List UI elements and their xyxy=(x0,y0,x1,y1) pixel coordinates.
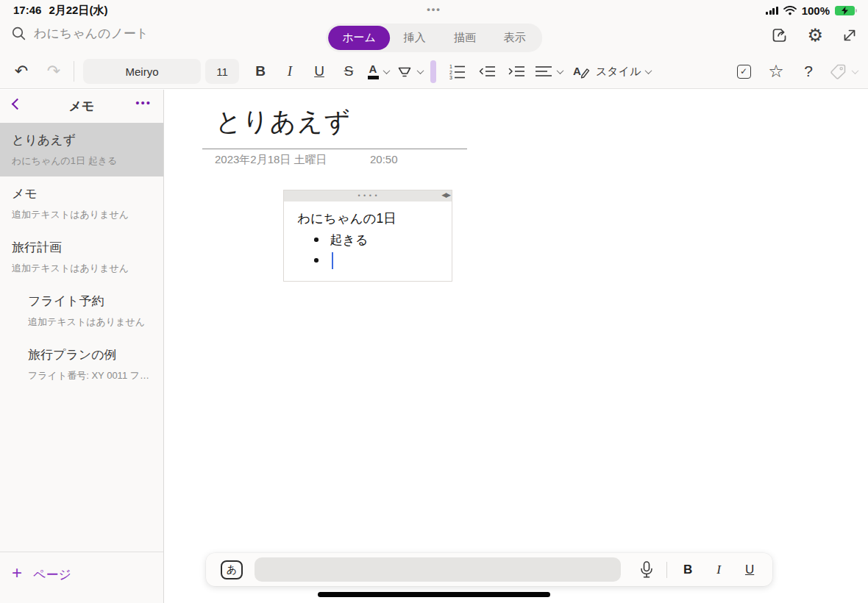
page-list-item[interactable]: とりあえず わにちゃんの1日 起きる xyxy=(0,123,163,176)
home-indicator[interactable] xyxy=(318,592,550,597)
battery-percent: 100% xyxy=(802,4,830,17)
indent-icon xyxy=(508,64,525,79)
app-header: わにちゃんのノート ホーム 挿入 描画 表示 ⚙ xyxy=(0,18,868,54)
notebook-search[interactable]: わにちゃんのノート xyxy=(12,25,149,42)
resize-handles-icon[interactable]: ◀▶ xyxy=(441,191,450,199)
keyboard-accessory-bar: あ B I U xyxy=(206,553,772,586)
header-actions: ⚙ xyxy=(771,26,858,44)
pages-sidebar: メモ ••• とりあえず わにちゃんの1日 起きる メモ 追加テキストはありませ… xyxy=(0,90,164,603)
redo-button[interactable]: ↷ xyxy=(43,59,65,84)
svg-text:2: 2 xyxy=(449,70,452,75)
note-heading[interactable]: わにちゃんの1日 xyxy=(297,210,446,227)
font-color-icon: A xyxy=(368,63,379,79)
styles-icon: A xyxy=(572,63,591,80)
page-title[interactable]: とりあえず xyxy=(216,104,351,139)
styles-label: スタイル xyxy=(596,65,641,79)
battery-charging-icon xyxy=(835,6,855,15)
page-item-subtitle: わにちゃんの1日 起きる xyxy=(12,154,152,168)
numbered-list-icon: 1 2 3 xyxy=(449,63,466,79)
important-star-button[interactable]: ☆ xyxy=(765,59,787,84)
question-tag-button[interactable]: ? xyxy=(797,59,819,84)
page-item-subtitle: 追加テキストはありません xyxy=(12,208,152,221)
outdent-button[interactable] xyxy=(476,59,498,84)
italic-button[interactable]: I xyxy=(279,59,301,84)
search-icon xyxy=(12,26,26,40)
bullet-dot-icon xyxy=(314,258,319,263)
status-right: 100% xyxy=(766,4,855,17)
tab-view[interactable]: 表示 xyxy=(490,26,540,50)
page-item-title: フライト予約 xyxy=(28,293,152,310)
ime-candidate-field[interactable] xyxy=(255,557,621,582)
bold-button[interactable]: B xyxy=(249,59,271,84)
page-date: 2023年2月18日 土曜日 xyxy=(215,153,327,167)
svg-text:3: 3 xyxy=(449,75,452,79)
page-list-item-subpage[interactable]: フライト予約 追加テキストはありません xyxy=(0,284,163,338)
text-cursor xyxy=(332,252,334,269)
fullscreen-expand-icon[interactable] xyxy=(842,27,858,43)
page-list-item[interactable]: 旅行計画 追加テキストはありません xyxy=(0,230,163,284)
sidebar-header: メモ ••• xyxy=(0,90,163,123)
highlight-color-button[interactable] xyxy=(396,59,423,84)
italic-quick-button[interactable]: I xyxy=(716,563,721,577)
status-clock: 17:46 xyxy=(13,4,41,18)
highlighter-icon xyxy=(396,63,413,79)
dictation-mic-button[interactable] xyxy=(640,561,653,579)
page-item-title: メモ xyxy=(12,185,152,202)
page-item-subtitle: 追加テキストはありません xyxy=(12,262,152,275)
multitask-dots-icon[interactable]: ••• xyxy=(427,4,441,15)
styles-button[interactable]: A スタイル xyxy=(572,63,651,80)
align-left-icon xyxy=(535,65,552,78)
chevron-down-icon xyxy=(852,67,859,74)
page-item-title: 旅行プランの例 xyxy=(28,346,152,363)
page-canvas[interactable]: とりあえず 2023年2月18日 土曜日 20:50 • • • • ◀▶ わに… xyxy=(164,90,868,603)
todo-tag-button[interactable]: ✓ xyxy=(733,59,755,84)
bullet-text: 起きる xyxy=(330,232,369,249)
add-page-button[interactable]: + ページ xyxy=(0,552,163,603)
ink-color-indicator xyxy=(430,60,436,83)
todo-checkbox-icon: ✓ xyxy=(737,65,751,79)
bullet-item[interactable]: 起きる xyxy=(297,229,446,250)
font-color-button[interactable]: A xyxy=(367,59,389,84)
font-name-select[interactable]: Meiryo xyxy=(83,59,201,84)
formatting-toolbar: ↶ ↷ Meiryo 11 B I U S A xyxy=(0,54,868,88)
note-drag-handle[interactable]: • • • • ◀▶ xyxy=(284,190,452,201)
chevron-down-icon xyxy=(557,67,564,74)
settings-gear-icon[interactable]: ⚙ xyxy=(807,26,823,44)
undo-button[interactable]: ↶ xyxy=(10,59,32,84)
page-item-subtitle: 追加テキストはありません xyxy=(28,315,152,329)
tab-draw[interactable]: 描画 xyxy=(440,26,490,50)
page-list-item[interactable]: メモ 追加テキストはありません xyxy=(0,176,163,230)
numbered-list-button[interactable]: 1 2 3 xyxy=(447,59,469,84)
back-chevron-icon[interactable] xyxy=(12,99,24,110)
bullet-item-active[interactable] xyxy=(297,250,446,271)
accessory-divider xyxy=(666,562,667,578)
underline-button[interactable]: U xyxy=(308,59,330,84)
indent-button[interactable] xyxy=(505,59,527,84)
page-time: 20:50 xyxy=(370,153,398,165)
bullet-dot-icon xyxy=(314,238,319,242)
tag-icon xyxy=(830,63,847,80)
chevron-down-icon xyxy=(417,67,424,74)
tab-home[interactable]: ホーム xyxy=(328,26,390,50)
drag-dots-icon: • • • • xyxy=(357,193,377,199)
wifi-icon xyxy=(783,6,797,15)
top-chrome: 17:46 2月22日(水) ••• 100% xyxy=(0,0,868,89)
chevron-down-icon xyxy=(383,67,390,74)
japanese-input-key[interactable]: あ xyxy=(221,560,243,579)
strikethrough-button[interactable]: S xyxy=(338,59,360,84)
alignment-button[interactable] xyxy=(535,59,563,84)
section-title: メモ xyxy=(69,98,95,115)
share-icon[interactable] xyxy=(771,26,789,44)
tag-menu-button[interactable] xyxy=(830,63,858,80)
tab-insert[interactable]: 挿入 xyxy=(390,26,440,50)
font-size-select[interactable]: 11 xyxy=(205,59,239,84)
more-options-icon[interactable]: ••• xyxy=(135,96,152,109)
page-item-title: とりあえず xyxy=(12,132,152,149)
page-list-item-subpage[interactable]: 旅行プランの例 フライト番号: XY 0011 フ… xyxy=(0,338,163,391)
note-outline-container[interactable]: • • • • ◀▶ わにちゃんの1日 起きる xyxy=(283,190,452,282)
status-date: 2月22日(水) xyxy=(49,4,107,18)
note-content[interactable]: わにちゃんの1日 起きる xyxy=(284,201,452,281)
outdent-icon xyxy=(478,64,496,79)
bold-quick-button[interactable]: B xyxy=(683,563,692,577)
underline-quick-button[interactable]: U xyxy=(745,563,754,577)
